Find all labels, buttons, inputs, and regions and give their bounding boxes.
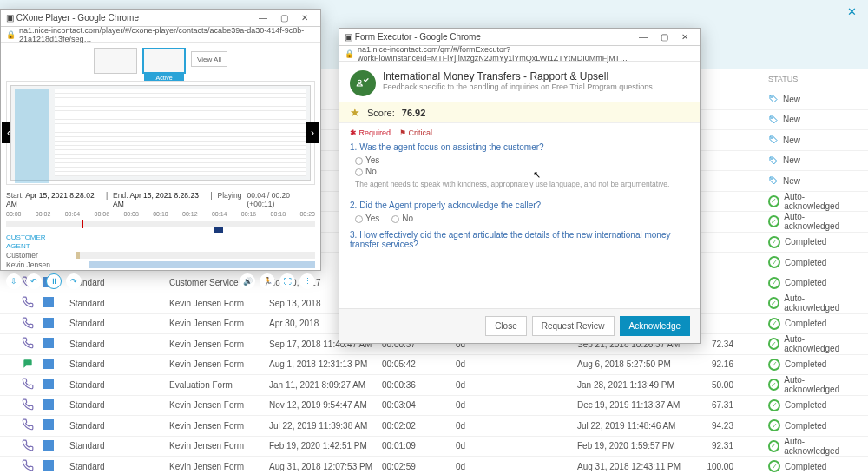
screen-recording-frame[interactable] bbox=[10, 85, 311, 181]
check-icon: ✓ bbox=[768, 440, 779, 452]
close-form-button[interactable]: Close bbox=[485, 316, 527, 336]
question-1: 1. Was the agent focus on assisting the … bbox=[339, 139, 700, 197]
tag-icon bbox=[768, 175, 779, 186]
cell-status: New bbox=[768, 135, 855, 145]
cell-status: ✓Completed bbox=[768, 359, 855, 371]
cell-type: Standard bbox=[69, 421, 169, 431]
table-row[interactable]: StandardKevin Jensen FormFeb 19, 2020 1:… bbox=[0, 437, 868, 458]
cell-start: Aug 31, 2018 12:07:53 PM bbox=[269, 462, 382, 471]
player-url: na1.nice-incontact.com/player/#/cxone-pl… bbox=[19, 26, 315, 43]
table-row[interactable]: StandardKevin Jensen FormAug 1, 2018 12:… bbox=[0, 355, 868, 376]
play-state: Playing bbox=[218, 191, 242, 208]
star-icon: ★ bbox=[350, 106, 360, 119]
agent-audio-track[interactable] bbox=[89, 261, 315, 268]
score-band: ★ Score: 76.92 bbox=[339, 102, 700, 123]
check-icon: ✓ bbox=[768, 256, 780, 268]
phone-icon bbox=[22, 382, 34, 392]
cell-status: ✓Completed bbox=[768, 277, 855, 289]
cell-score: 100.00 bbox=[690, 462, 733, 471]
more-button[interactable]: ⋮ bbox=[299, 273, 315, 289]
cell-score: 50.00 bbox=[690, 380, 733, 390]
cell-score: 92.31 bbox=[690, 441, 733, 451]
q2-option-yes[interactable]: Yes bbox=[355, 214, 379, 223]
playhead-marker[interactable] bbox=[82, 220, 83, 228]
request-review-button[interactable]: Request Review bbox=[532, 316, 615, 336]
col-header-status[interactable]: STATUS bbox=[733, 75, 855, 83]
q1-option-no[interactable]: No bbox=[355, 167, 690, 176]
badges-row: ✱ Required ⚑ Critical bbox=[339, 123, 700, 139]
lock-icon: 🔒 bbox=[345, 49, 354, 58]
cell-length: 00:00:36 bbox=[382, 380, 456, 390]
player-titlebar: ▣ CXone Player - Google Chrome — ▢ ✕ bbox=[1, 10, 320, 27]
player-controls: ⇩ ↶ ⏸ ↷ 🔊 🏃 ⛶ ⋮ bbox=[1, 271, 320, 293]
form-address-bar[interactable]: 🔒 na1.nice-incontact.com/qm/#/formExecut… bbox=[339, 46, 700, 62]
volume-button[interactable]: 🔊 bbox=[240, 273, 255, 289]
customer-audio-track[interactable] bbox=[76, 252, 315, 259]
q2-option-no[interactable]: No bbox=[391, 214, 413, 223]
table-row[interactable]: StandardEvaluation FormJan 11, 2021 8:09… bbox=[0, 375, 868, 396]
activity-icon[interactable]: 🏃 bbox=[260, 273, 275, 289]
cell-length: 00:02:59 bbox=[382, 462, 456, 471]
timeline[interactable]: 00:0000:0200:0400:0600:0800:1000:1200:14… bbox=[6, 211, 315, 232]
cxone-player-window: ▣ CXone Player - Google Chrome — ▢ ✕ 🔒 n… bbox=[0, 9, 321, 271]
doc-icon bbox=[43, 440, 54, 451]
view-all-button[interactable]: View All bbox=[191, 51, 227, 67]
forward-button[interactable]: ↷ bbox=[66, 273, 82, 289]
cell-status: ✓Completed bbox=[768, 419, 855, 431]
cell-type: Standard bbox=[69, 380, 169, 390]
fullscreen-button[interactable]: ⛶ bbox=[279, 273, 295, 289]
cell-start: Feb 19, 2020 1:42:51 PM bbox=[269, 441, 382, 451]
timeline-tick: 00:20 bbox=[299, 211, 315, 217]
required-flag-icon: ✱ bbox=[350, 128, 357, 137]
thumbnail-1[interactable] bbox=[94, 48, 137, 74]
phone-icon bbox=[22, 444, 34, 453]
cell-status: ✓Auto-acknowledged bbox=[768, 334, 855, 353]
cell-end: Jan 28, 2021 1:13:49 PM bbox=[577, 380, 690, 390]
table-row[interactable]: StandardKevin Jensen FormJul 22, 2019 11… bbox=[0, 416, 868, 437]
form-minimize-button[interactable]: — bbox=[633, 31, 654, 43]
cell-duration: 0d bbox=[456, 421, 577, 431]
close-button[interactable]: ✕ bbox=[294, 12, 315, 24]
score-label: Score: bbox=[367, 108, 395, 118]
cell-duration: 0d bbox=[456, 400, 577, 410]
cell-status: ✓Completed bbox=[768, 460, 855, 472]
minimize-button[interactable]: — bbox=[253, 12, 273, 24]
carousel-next-button[interactable]: › bbox=[306, 122, 319, 143]
table-row[interactable]: StandardKevin Jensen FormNov 12, 2019 9:… bbox=[0, 396, 868, 417]
table-row[interactable]: StandardKevin Jensen FormAug 31, 2018 12… bbox=[0, 457, 868, 474]
form-maximize-button[interactable]: ▢ bbox=[654, 31, 674, 43]
cell-status: ✓Auto-acknowledged bbox=[768, 192, 855, 211]
q1-option-yes[interactable]: Yes bbox=[355, 155, 690, 165]
cell-status: ✓Auto-acknowledged bbox=[768, 212, 855, 231]
timeline-tick: 00:02 bbox=[36, 211, 51, 217]
cell-form: Kevin Jensen Form bbox=[169, 299, 269, 308]
critical-flag-icon: ⚑ bbox=[399, 128, 406, 137]
doc-icon bbox=[43, 419, 54, 430]
form-url: na1.nice-incontact.com/qm/#/formExecutor… bbox=[358, 45, 695, 63]
cell-length: 00:05:42 bbox=[382, 359, 456, 369]
phone-icon bbox=[22, 321, 34, 331]
doc-icon bbox=[43, 379, 54, 389]
export-button[interactable]: ⇩ bbox=[6, 273, 22, 289]
cell-status: ✓Auto-acknowledged bbox=[768, 375, 855, 394]
timeline-tick: 00:12 bbox=[182, 211, 198, 217]
maximize-button[interactable]: ▢ bbox=[273, 12, 294, 24]
drawer-close-icon[interactable]: ✕ bbox=[847, 5, 861, 19]
svg-point-4 bbox=[772, 179, 773, 180]
acknowledge-button[interactable]: Acknowledge bbox=[620, 316, 690, 336]
chrome-favicon-icon: ▣ bbox=[345, 32, 352, 42]
pause-button[interactable]: ⏸ bbox=[46, 273, 62, 289]
cell-status: ✓Completed bbox=[768, 256, 855, 268]
timeline-tick: 00:06 bbox=[95, 211, 110, 217]
form-close-button[interactable]: ✕ bbox=[674, 31, 695, 43]
phone-icon bbox=[22, 300, 34, 310]
player-address-bar[interactable]: 🔒 na1.nice-incontact.com/player/#/cxone-… bbox=[1, 27, 320, 43]
q1-hint: The agent needs to speak with kindness, … bbox=[355, 180, 690, 188]
doc-icon bbox=[43, 338, 54, 348]
chrome-favicon-icon: ▣ bbox=[6, 13, 14, 23]
cell-form: Kevin Jensen Form bbox=[169, 359, 269, 369]
cell-status: New bbox=[768, 175, 855, 186]
rewind-button[interactable]: ↶ bbox=[26, 273, 42, 289]
thumbnail-active[interactable]: Active bbox=[142, 48, 186, 74]
check-icon: ✓ bbox=[768, 460, 780, 472]
